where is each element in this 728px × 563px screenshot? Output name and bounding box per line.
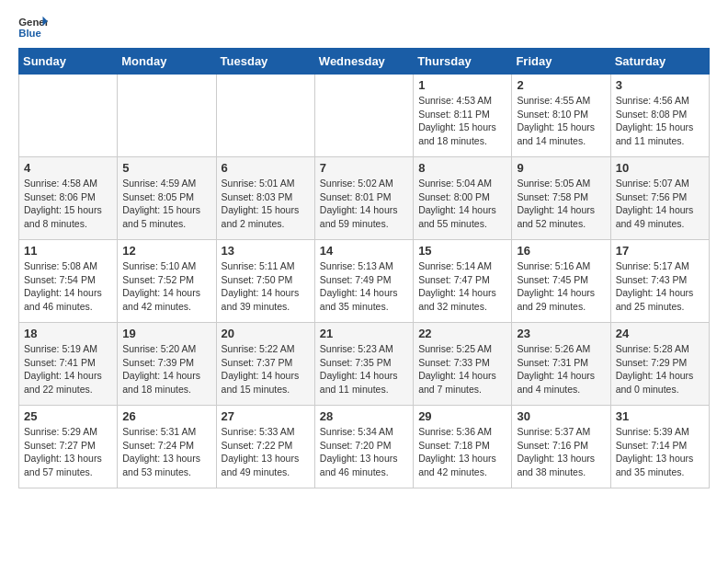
week-row-2: 4Sunrise: 4:58 AMSunset: 8:06 PMDaylight…: [19, 157, 710, 240]
day-info: Sunrise: 5:05 AMSunset: 7:58 PMDaylight:…: [517, 177, 605, 231]
day-info: Sunrise: 5:23 AMSunset: 7:35 PMDaylight:…: [320, 342, 408, 396]
calendar-cell: 14Sunrise: 5:13 AMSunset: 7:49 PMDayligh…: [314, 240, 413, 323]
day-number: 6: [222, 161, 310, 175]
day-info: Sunrise: 4:53 AMSunset: 8:11 PMDaylight:…: [418, 94, 506, 148]
day-info: Sunrise: 5:31 AMSunset: 7:24 PMDaylight:…: [122, 425, 210, 479]
day-info: Sunrise: 5:19 AMSunset: 7:41 PMDaylight:…: [24, 342, 112, 396]
calendar-cell: 8Sunrise: 5:04 AMSunset: 8:00 PMDaylight…: [414, 157, 512, 240]
day-number: 21: [320, 327, 408, 340]
day-number: 15: [418, 244, 506, 258]
calendar-cell: 24Sunrise: 5:28 AMSunset: 7:29 PMDayligh…: [610, 323, 709, 406]
calendar-cell: 21Sunrise: 5:23 AMSunset: 7:35 PMDayligh…: [314, 323, 413, 406]
calendar-cell: 27Sunrise: 5:33 AMSunset: 7:22 PMDayligh…: [216, 406, 314, 488]
day-info: Sunrise: 5:36 AMSunset: 7:18 PMDaylight:…: [418, 425, 506, 479]
calendar-cell: 19Sunrise: 5:20 AMSunset: 7:39 PMDayligh…: [118, 323, 216, 406]
calendar-cell: 30Sunrise: 5:37 AMSunset: 7:16 PMDayligh…: [512, 406, 610, 488]
calendar-cell: [314, 75, 413, 157]
day-info: Sunrise: 5:20 AMSunset: 7:39 PMDaylight:…: [122, 342, 210, 396]
day-info: Sunrise: 4:56 AMSunset: 8:08 PMDaylight:…: [616, 94, 704, 148]
calendar-cell: 17Sunrise: 5:17 AMSunset: 7:43 PMDayligh…: [610, 240, 709, 323]
day-number: 7: [320, 161, 408, 175]
day-info: Sunrise: 5:16 AMSunset: 7:45 PMDaylight:…: [517, 259, 605, 314]
day-number: 3: [616, 78, 704, 92]
weekday-header-thursday: Thursday: [414, 49, 512, 75]
day-number: 23: [517, 327, 605, 340]
day-info: Sunrise: 5:26 AMSunset: 7:31 PMDaylight:…: [517, 342, 605, 396]
day-info: Sunrise: 5:37 AMSunset: 7:16 PMDaylight:…: [517, 425, 605, 479]
weekday-header-monday: Monday: [118, 49, 216, 75]
day-number: 8: [418, 161, 506, 175]
day-info: Sunrise: 5:34 AMSunset: 7:20 PMDaylight:…: [320, 425, 408, 479]
calendar-cell: 23Sunrise: 5:26 AMSunset: 7:31 PMDayligh…: [512, 323, 610, 406]
day-number: 11: [24, 244, 112, 258]
day-info: Sunrise: 5:08 AMSunset: 7:54 PMDaylight:…: [24, 259, 112, 314]
day-info: Sunrise: 5:10 AMSunset: 7:52 PMDaylight:…: [122, 259, 210, 314]
calendar-cell: 9Sunrise: 5:05 AMSunset: 7:58 PMDaylight…: [512, 157, 610, 240]
calendar-cell: [19, 75, 118, 157]
calendar-cell: 1Sunrise: 4:53 AMSunset: 8:11 PMDaylight…: [414, 75, 512, 157]
calendar-cell: 31Sunrise: 5:39 AMSunset: 7:14 PMDayligh…: [610, 406, 709, 488]
day-info: Sunrise: 5:33 AMSunset: 7:22 PMDaylight:…: [222, 425, 310, 479]
day-number: 4: [24, 161, 112, 175]
day-number: 2: [517, 78, 605, 92]
svg-text:Blue: Blue: [18, 28, 41, 39]
week-row-1: 1Sunrise: 4:53 AMSunset: 8:11 PMDaylight…: [19, 75, 710, 157]
day-info: Sunrise: 4:58 AMSunset: 8:06 PMDaylight:…: [24, 177, 112, 231]
week-row-3: 11Sunrise: 5:08 AMSunset: 7:54 PMDayligh…: [19, 240, 710, 323]
day-info: Sunrise: 4:59 AMSunset: 8:05 PMDaylight:…: [122, 177, 210, 231]
day-number: 26: [122, 409, 210, 423]
calendar-cell: 18Sunrise: 5:19 AMSunset: 7:41 PMDayligh…: [19, 323, 118, 406]
day-info: Sunrise: 5:04 AMSunset: 8:00 PMDaylight:…: [418, 177, 506, 231]
calendar-cell: 5Sunrise: 4:59 AMSunset: 8:05 PMDaylight…: [118, 157, 216, 240]
calendar-cell: 12Sunrise: 5:10 AMSunset: 7:52 PMDayligh…: [118, 240, 216, 323]
logo: General Blue: [18, 15, 48, 40]
day-number: 12: [122, 244, 210, 258]
calendar-cell: 28Sunrise: 5:34 AMSunset: 7:20 PMDayligh…: [314, 406, 413, 488]
day-number: 29: [418, 409, 506, 423]
calendar-cell: 10Sunrise: 5:07 AMSunset: 7:56 PMDayligh…: [610, 157, 709, 240]
day-number: 10: [616, 161, 704, 175]
day-number: 1: [418, 78, 506, 92]
day-number: 31: [616, 409, 704, 423]
weekday-header-row: SundayMondayTuesdayWednesdayThursdayFrid…: [19, 49, 710, 75]
day-number: 9: [517, 161, 605, 175]
calendar-cell: 16Sunrise: 5:16 AMSunset: 7:45 PMDayligh…: [512, 240, 610, 323]
calendar-cell: 3Sunrise: 4:56 AMSunset: 8:08 PMDaylight…: [610, 75, 709, 157]
day-number: 5: [122, 161, 210, 175]
day-number: 17: [616, 244, 704, 258]
calendar-cell: 11Sunrise: 5:08 AMSunset: 7:54 PMDayligh…: [19, 240, 118, 323]
day-info: Sunrise: 5:11 AMSunset: 7:50 PMDaylight:…: [222, 259, 310, 314]
weekday-header-tuesday: Tuesday: [216, 49, 314, 75]
day-info: Sunrise: 4:55 AMSunset: 8:10 PMDaylight:…: [517, 94, 605, 148]
day-number: 19: [122, 327, 210, 340]
day-number: 25: [24, 409, 112, 423]
day-info: Sunrise: 5:13 AMSunset: 7:49 PMDaylight:…: [320, 259, 408, 314]
day-number: 20: [222, 327, 310, 340]
day-info: Sunrise: 5:22 AMSunset: 7:37 PMDaylight:…: [222, 342, 310, 396]
day-number: 28: [320, 409, 408, 423]
calendar-cell: 15Sunrise: 5:14 AMSunset: 7:47 PMDayligh…: [414, 240, 512, 323]
calendar-cell: 7Sunrise: 5:02 AMSunset: 8:01 PMDaylight…: [314, 157, 413, 240]
calendar-cell: 13Sunrise: 5:11 AMSunset: 7:50 PMDayligh…: [216, 240, 314, 323]
logo-icon: General Blue: [18, 15, 48, 40]
calendar-cell: 4Sunrise: 4:58 AMSunset: 8:06 PMDaylight…: [19, 157, 118, 240]
calendar-cell: 25Sunrise: 5:29 AMSunset: 7:27 PMDayligh…: [19, 406, 118, 488]
day-number: 30: [517, 409, 605, 423]
page: General Blue SundayMondayTuesdayWednesda…: [0, 0, 728, 503]
calendar-cell: 2Sunrise: 4:55 AMSunset: 8:10 PMDaylight…: [512, 75, 610, 157]
day-number: 14: [320, 244, 408, 258]
week-row-5: 25Sunrise: 5:29 AMSunset: 7:27 PMDayligh…: [19, 406, 710, 488]
weekday-header-sunday: Sunday: [19, 49, 118, 75]
weekday-header-saturday: Saturday: [610, 49, 709, 75]
weekday-header-friday: Friday: [512, 49, 610, 75]
calendar-cell: 6Sunrise: 5:01 AMSunset: 8:03 PMDaylight…: [216, 157, 314, 240]
weekday-header-wednesday: Wednesday: [314, 49, 413, 75]
calendar-table: SundayMondayTuesdayWednesdayThursdayFrid…: [18, 48, 710, 488]
day-number: 16: [517, 244, 605, 258]
day-info: Sunrise: 5:39 AMSunset: 7:14 PMDaylight:…: [616, 425, 704, 479]
calendar-cell: [216, 75, 314, 157]
day-info: Sunrise: 5:28 AMSunset: 7:29 PMDaylight:…: [616, 342, 704, 396]
day-number: 18: [24, 327, 112, 340]
calendar-cell: 29Sunrise: 5:36 AMSunset: 7:18 PMDayligh…: [414, 406, 512, 488]
header: General Blue: [18, 15, 710, 40]
